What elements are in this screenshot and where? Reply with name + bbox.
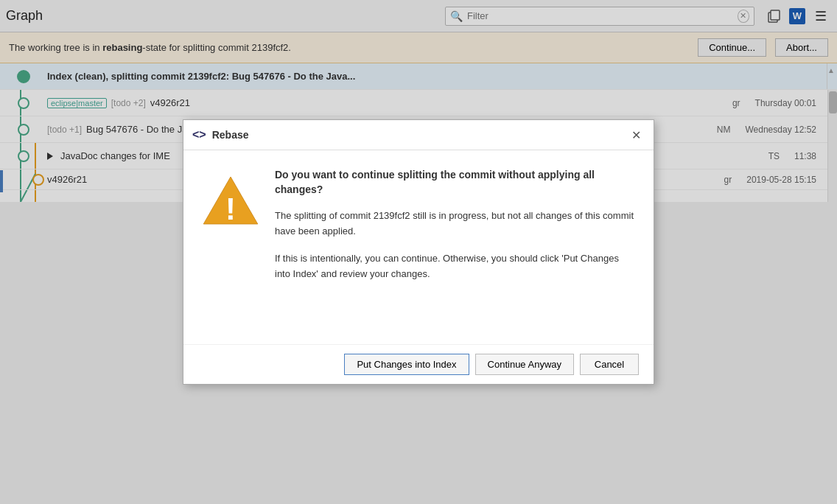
dialog-main-question: Do you want to continue splitting the co… — [275, 168, 636, 197]
dialog-footer: Put Changes into Index Continue Anyway C… — [183, 344, 654, 384]
dialog-body-paragraph2: If this is intentionally, you can contin… — [275, 251, 636, 282]
warning-triangle-icon: ! — [201, 171, 260, 230]
dialog-body-paragraph1: The splitting of commit 2139fcf2 still i… — [275, 209, 636, 239]
svg-text:!: ! — [225, 192, 236, 226]
modal-overlay: <> Rebase ✕ ! Do you want to continue sp… — [0, 0, 837, 504]
close-dialog-button[interactable]: ✕ — [627, 126, 645, 144]
put-changes-button[interactable]: Put Changes into Index — [344, 354, 469, 375]
dialog-title-icon: <> — [192, 128, 206, 141]
dialog-titlebar: <> Rebase ✕ — [183, 120, 654, 150]
continue-anyway-button[interactable]: Continue Anyway — [475, 354, 574, 375]
rebase-dialog: <> Rebase ✕ ! Do you want to continue sp… — [183, 119, 654, 385]
dialog-content: Do you want to continue splitting the co… — [275, 168, 636, 326]
cancel-button[interactable]: Cancel — [580, 354, 639, 375]
warning-icon-area: ! — [201, 168, 260, 326]
dialog-body: ! Do you want to continue splitting the … — [183, 150, 654, 344]
dialog-title: Rebase — [212, 129, 621, 141]
